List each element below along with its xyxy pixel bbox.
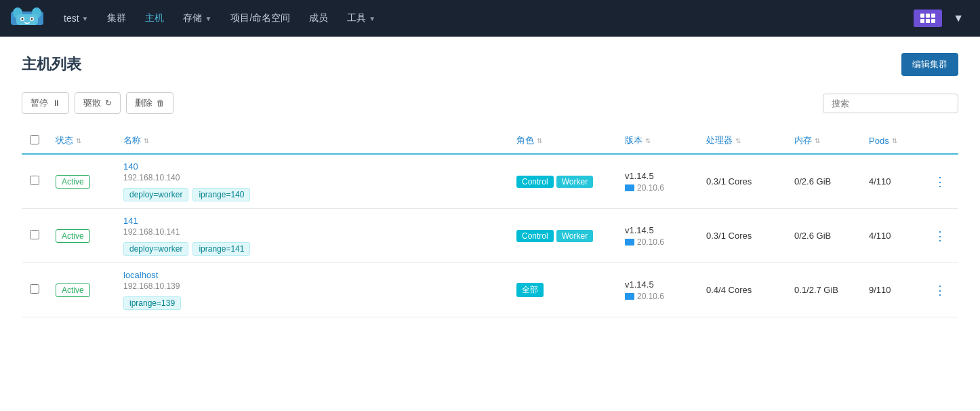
status-column-header[interactable]: 状态 ⇅	[56, 134, 81, 146]
nav-item-tools[interactable]: 工具 ▼	[340, 8, 382, 28]
host-tag: iprange=140	[192, 188, 250, 201]
pods-column-header[interactable]: Pods ⇅	[869, 136, 897, 146]
host-tag: deploy=worker	[123, 242, 188, 256]
name-column-header[interactable]: 名称 ⇅	[123, 134, 149, 146]
navbar: test ▼ 集群 主机 存储 ▼ 项目/命名空间 成员 工具 ▼ ▼	[0, 0, 980, 37]
pods-count: 4/110	[869, 176, 891, 187]
row-action-button[interactable]: ⋮	[930, 227, 950, 245]
main-content: 主机列表 编辑集群 暂停 ⏸ 驱散 ↻ 删除 🗑 状	[0, 37, 980, 411]
pods-count: 9/110	[869, 285, 891, 295]
table-row: Active localhost 192.168.10.139 iprange=…	[22, 263, 958, 317]
host-name-link[interactable]: 141	[123, 216, 500, 226]
host-ip: 192.168.10.141	[123, 227, 500, 237]
role-badge: Worker	[556, 230, 593, 242]
host-ip: 192.168.10.139	[123, 281, 500, 291]
docker-icon	[625, 293, 634, 300]
nav-item-storage[interactable]: 存储 ▼	[176, 8, 218, 28]
cpu-usage: 0.3/1 Cores	[706, 231, 752, 241]
refresh-icon: ↻	[105, 98, 112, 108]
nav-item-projects[interactable]: 项目/命名空间	[224, 8, 297, 28]
docker-icon	[625, 239, 634, 246]
chevron-down-icon: ▼	[82, 15, 89, 22]
sort-icon: ⇅	[892, 137, 897, 144]
svg-point-7	[31, 18, 33, 20]
role-column-header[interactable]: 角色 ⇅	[516, 134, 542, 146]
row-checkbox[interactable]	[30, 230, 39, 239]
sort-icon: ⇅	[735, 137, 741, 144]
pause-icon: ⏸	[52, 98, 60, 108]
host-name-link[interactable]: localhost	[123, 270, 500, 280]
cpu-column-header[interactable]: 处理器 ⇅	[706, 134, 741, 146]
page-header: 主机列表 编辑集群	[22, 53, 958, 76]
host-tags: iprange=139	[123, 296, 500, 310]
docker-version: 20.10.6	[625, 183, 690, 193]
search-input[interactable]	[823, 94, 958, 113]
memory-usage: 0.1/2.7 GiB	[794, 285, 838, 295]
role-badge: Worker	[556, 176, 593, 188]
host-tag: iprange=139	[123, 296, 181, 310]
k8s-version: v1.14.5	[625, 171, 690, 181]
nav-item-cluster[interactable]: 集群	[100, 8, 133, 28]
sort-icon: ⇅	[76, 137, 81, 144]
chevron-down-icon: ▼	[205, 15, 211, 22]
docker-version: 20.10.6	[625, 237, 690, 247]
pause-button[interactable]: 暂停 ⏸	[22, 92, 69, 114]
navbar-right: ▼	[914, 9, 969, 27]
grid-view-button[interactable]	[914, 9, 942, 27]
table-row: Active 140 192.168.10.140 deploy=workeri…	[22, 154, 958, 209]
cpu-usage: 0.4/4 Cores	[706, 285, 752, 295]
host-tag: iprange=141	[192, 242, 250, 256]
role-badge: Control	[516, 230, 554, 242]
nav-item-host[interactable]: 主机	[138, 8, 171, 28]
docker-version: 20.10.6	[625, 292, 690, 301]
nav-item-test[interactable]: test ▼	[57, 9, 95, 28]
host-ip: 192.168.10.140	[123, 173, 500, 182]
evacuate-button[interactable]: 驱散 ↻	[75, 92, 121, 114]
row-checkbox[interactable]	[30, 176, 39, 185]
select-all-checkbox[interactable]	[30, 135, 39, 144]
svg-point-6	[22, 18, 24, 20]
sort-icon: ⇅	[144, 137, 149, 144]
page-title: 主机列表	[22, 54, 81, 75]
host-table: 状态 ⇅ 名称 ⇅ 角色 ⇅	[22, 128, 958, 317]
status-badge: Active	[56, 283, 90, 297]
pods-count: 4/110	[869, 231, 891, 241]
sort-icon: ⇅	[815, 137, 820, 144]
navbar-menu-chevron[interactable]: ▼	[947, 9, 969, 27]
trash-icon: 🗑	[157, 98, 165, 108]
version-column-header[interactable]: 版本 ⇅	[625, 134, 651, 146]
grid-icon	[920, 14, 935, 23]
table-row: Active 141 192.168.10.141 deploy=workeri…	[22, 209, 958, 263]
row-action-button[interactable]: ⋮	[930, 173, 950, 191]
chevron-down-icon: ▼	[369, 15, 375, 22]
delete-button[interactable]: 删除 🗑	[126, 92, 173, 114]
status-badge: Active	[56, 229, 90, 243]
memory-usage: 0/2.6 GiB	[794, 231, 831, 241]
host-tag: deploy=worker	[123, 188, 188, 201]
status-badge: Active	[56, 175, 90, 189]
memory-usage: 0/2.6 GiB	[794, 176, 831, 187]
host-name-link[interactable]: 140	[123, 161, 500, 172]
sort-icon: ⇅	[645, 137, 651, 144]
memory-column-header[interactable]: 内存 ⇅	[794, 134, 820, 146]
logo	[11, 6, 43, 31]
k8s-version: v1.14.5	[625, 279, 690, 290]
row-action-button[interactable]: ⋮	[930, 281, 950, 299]
role-badge: Control	[516, 176, 554, 188]
sort-icon: ⇅	[537, 137, 542, 144]
toolbar: 暂停 ⏸ 驱散 ↻ 删除 🗑	[22, 92, 958, 114]
host-tags: deploy=workeriprange=140	[123, 188, 500, 201]
cpu-usage: 0.3/1 Cores	[706, 176, 752, 187]
k8s-version: v1.14.5	[625, 225, 690, 235]
host-tags: deploy=workeriprange=141	[123, 242, 500, 256]
docker-icon	[625, 184, 634, 191]
role-badge: 全部	[516, 283, 544, 297]
edit-cluster-button[interactable]: 编辑集群	[901, 53, 958, 76]
row-checkbox[interactable]	[30, 284, 39, 294]
nav-item-members[interactable]: 成员	[302, 8, 335, 28]
